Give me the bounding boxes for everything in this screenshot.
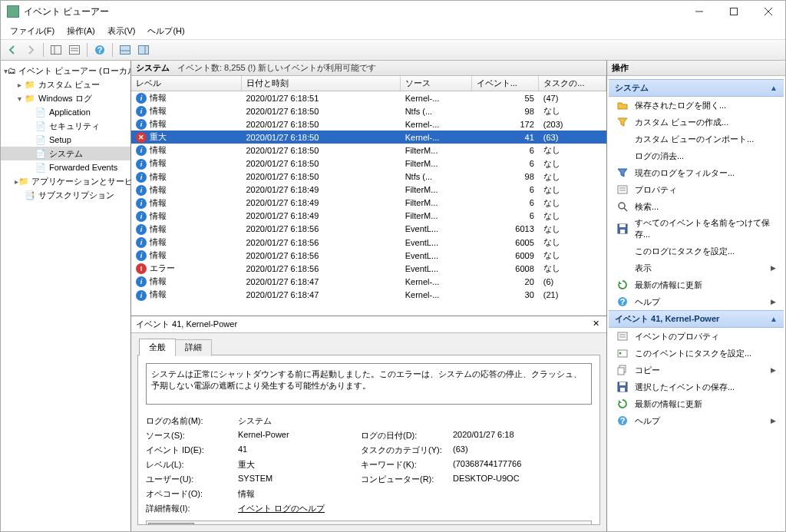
cell-level: !エラー <box>131 262 241 275</box>
action-item[interactable]: ?ヘルプ▶ <box>609 412 784 429</box>
menu-view[interactable]: 表示(V) <box>101 24 142 38</box>
props-button[interactable] <box>66 41 83 58</box>
maximize-button[interactable] <box>716 1 751 22</box>
cell-level: i情報 <box>131 183 241 197</box>
folder-icon: 📁 <box>24 78 36 91</box>
action-item[interactable]: このログにタスクを設定... <box>609 243 784 259</box>
action-item[interactable]: 検索... <box>609 198 784 215</box>
col-eventid[interactable]: イベント... <box>471 76 539 91</box>
action-item[interactable]: 表示▶ <box>609 259 784 276</box>
col-task[interactable]: タスクの... <box>539 76 606 91</box>
tab-detail[interactable]: 詳細 <box>175 339 212 356</box>
event-row[interactable]: i情報2020/01/27 6:18:47Kernel-...30(21) <box>131 288 606 301</box>
close-button[interactable] <box>751 1 785 22</box>
event-row[interactable]: i情報2020/01/27 6:18:50Ntfs (...98なし <box>131 104 606 117</box>
actions-group-system[interactable]: システム▲ <box>609 79 784 97</box>
action-item[interactable]: 現在のログをフィルター... <box>609 164 784 181</box>
actions-group-event[interactable]: イベント 41, Kernel-Power▲ <box>609 310 784 328</box>
event-row[interactable]: ✕重大2020/01/27 6:18:50Kernel-...41(63) <box>131 131 606 144</box>
scroll-thumb[interactable] <box>148 523 194 525</box>
cell-task: なし <box>539 223 606 236</box>
copy-icon <box>616 364 629 376</box>
cell-task: (63) <box>539 131 606 144</box>
event-grid-wrap[interactable]: レベル 日付と時刻 ソース イベント... タスクの... i情報2020/01… <box>131 76 606 316</box>
action-label: プロパティ <box>635 184 781 196</box>
menu-help[interactable]: ヘルプ(H) <box>141 24 190 38</box>
cell-id: 172 <box>471 117 539 131</box>
action-item[interactable]: コピー▶ <box>609 362 784 378</box>
cell-id: 98 <box>471 170 539 183</box>
val-opcode: 情報 <box>238 488 361 500</box>
event-row[interactable]: i情報2020/01/27 6:18:56EventL...6009なし <box>131 249 606 262</box>
level-icon: i <box>136 276 147 287</box>
cell-date: 2020/01/27 6:18:50 <box>241 131 400 144</box>
event-row[interactable]: i情報2020/01/27 6:18:47Kernel-...20(6) <box>131 275 606 288</box>
action-item[interactable]: カスタム ビューの作成... <box>609 114 784 131</box>
event-row[interactable]: i情報2020/01/27 6:18:50Ntfs (...98なし <box>131 170 606 183</box>
event-row[interactable]: i情報2020/01/27 6:18:51Kernel-...55(47) <box>131 91 606 105</box>
action-label: 現在のログをフィルター... <box>635 167 781 179</box>
tree-pane[interactable]: ▾🗂イベント ビューアー (ローカル) ▸📁カスタム ビュー ▾📁Windows… <box>1 61 131 531</box>
action-item[interactable]: ログの消去... <box>609 147 784 164</box>
cell-source: FilterM... <box>401 210 471 223</box>
event-row[interactable]: i情報2020/01/27 6:18:49FilterM...6なし <box>131 197 606 210</box>
action-item[interactable]: このイベントにタスクを設定... <box>609 345 784 362</box>
action-item[interactable]: 選択したイベントの保存... <box>609 378 784 395</box>
detail-hscroll[interactable] <box>146 520 592 525</box>
action-item[interactable]: 最新の情報に更新 <box>609 276 784 293</box>
cell-date: 2020/01/27 6:18:50 <box>241 117 400 131</box>
event-row[interactable]: i情報2020/01/27 6:18:50FilterM...6なし <box>131 144 606 157</box>
link-eventlog-help[interactable]: イベント ログのヘルプ <box>238 503 361 514</box>
cell-task: (21) <box>539 288 606 301</box>
action-item[interactable]: ?ヘルプ▶ <box>609 293 784 310</box>
detail-close-button[interactable]: ✕ <box>590 319 602 331</box>
tab-general[interactable]: 全般 <box>139 339 176 355</box>
tree-windows-logs[interactable]: ▾📁Windows ログ <box>1 91 130 105</box>
cell-level: i情報 <box>131 197 241 210</box>
eventviewer-icon: 🗂 <box>8 64 16 77</box>
tree-setup[interactable]: 📄Setup <box>1 133 130 147</box>
event-row[interactable]: i情報2020/01/27 6:18:56EventL...6013なし <box>131 223 606 236</box>
event-row[interactable]: i情報2020/01/27 6:18:50FilterM...6なし <box>131 157 606 170</box>
nav-fwd-button[interactable] <box>22 41 39 58</box>
help-button[interactable]: ? <box>91 41 108 58</box>
action-item[interactable]: 保存されたログを開く... <box>609 97 784 114</box>
menu-file[interactable]: ファイル(F) <box>4 24 61 38</box>
event-row[interactable]: !エラー2020/01/27 6:18:56EventL...6008なし <box>131 262 606 275</box>
preview-button[interactable] <box>117 41 134 58</box>
toolbar: ? <box>1 39 785 61</box>
preview-icon <box>120 45 130 55</box>
tree-system[interactable]: 📄システム <box>1 147 130 160</box>
show-tree-button[interactable] <box>48 41 64 58</box>
tree-root[interactable]: ▾🗂イベント ビューアー (ローカル) <box>1 64 130 78</box>
tree-label: Setup <box>49 135 71 144</box>
tree-custom-views[interactable]: ▸📁カスタム ビュー <box>1 78 130 91</box>
action-item[interactable]: プロパティ <box>609 181 784 198</box>
event-row[interactable]: i情報2020/01/27 6:18:49FilterM...6なし <box>131 183 606 197</box>
tree-application[interactable]: 📄Application <box>1 105 130 119</box>
nav-back-button[interactable] <box>4 41 21 58</box>
actions-button[interactable] <box>135 41 152 58</box>
cell-date: 2020/01/27 6:18:50 <box>241 144 400 157</box>
action-item[interactable]: カスタム ビューのインポート... <box>609 131 784 147</box>
action-item[interactable]: 最新の情報に更新 <box>609 395 784 412</box>
minimize-button[interactable] <box>682 1 716 22</box>
cell-level: i情報 <box>131 157 241 170</box>
event-row[interactable]: i情報2020/01/27 6:18:50Kernel-...172(203) <box>131 117 606 131</box>
tree-forwarded[interactable]: 📄Forwarded Events <box>1 160 130 174</box>
action-item[interactable]: イベントのプロパティ <box>609 328 784 345</box>
tree-subscriptions[interactable]: 📑サブスクリプション <box>1 188 130 202</box>
blank-icon <box>616 245 629 257</box>
tree-apps-services[interactable]: ▸📁アプリケーションとサービス ログ <box>1 174 130 188</box>
cell-id: 98 <box>471 104 539 117</box>
col-level[interactable]: レベル <box>131 76 241 91</box>
event-row[interactable]: i情報2020/01/27 6:18:49FilterM...6なし <box>131 210 606 223</box>
tree-security[interactable]: 📄セキュリティ <box>1 119 130 133</box>
event-row[interactable]: i情報2020/01/27 6:18:56EventL...6005なし <box>131 236 606 249</box>
cell-id: 30 <box>471 288 539 301</box>
menu-action[interactable]: 操作(A) <box>61 24 101 38</box>
col-date[interactable]: 日付と時刻 <box>241 76 400 91</box>
center-pane: システム イベント数: 8,255 (!) 新しいイベントが利用可能です レベル… <box>131 61 607 531</box>
col-source[interactable]: ソース <box>401 76 471 91</box>
action-item[interactable]: すべてのイベントを名前をつけて保存... <box>609 215 784 243</box>
